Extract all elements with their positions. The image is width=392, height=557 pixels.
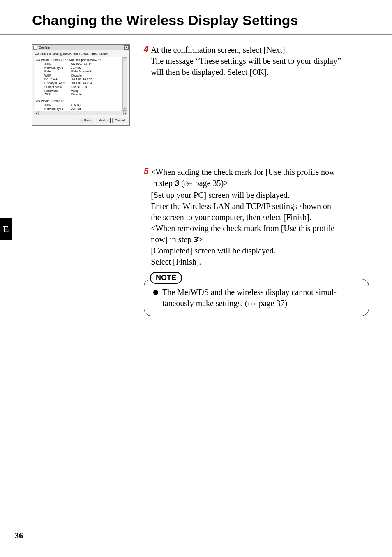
cancel-button[interactable]: Cancel — [112, 118, 127, 123]
scroll-up-icon[interactable]: ▲ — [123, 57, 127, 61]
pointer-hand-icon — [184, 179, 193, 190]
step5-line4: the screen to your computer, then select… — [151, 212, 338, 223]
dialog-hint: Confirm the setting below, then press "N… — [35, 52, 127, 56]
step4-number: 4 — [144, 44, 148, 53]
step4-line3: will then be displayed. Select [OK]. — [151, 67, 341, 78]
left-col: Confirm × Confirm the setting below, the… — [32, 44, 139, 126]
step4-text: At the confirmation screen, select [Next… — [151, 44, 341, 78]
right-col: 4 At the confirmation screen, select [Ne… — [139, 44, 369, 316]
dialog-title: Confirm — [39, 46, 50, 49]
p1-dip: Display IP Addr10.130. 44.234 — [36, 81, 121, 85]
note-line2: taneously make settings. ( page 37) — [162, 298, 337, 310]
note-line1: The MeiWDS and the wireless display cann… — [162, 287, 337, 298]
p1-aes: AESDisable — [36, 93, 121, 96]
page: Changing the Wireless Display Settings E… — [0, 0, 392, 557]
pointer-hand-icon — [248, 299, 257, 310]
step5-ref-3a: 3 — [175, 179, 179, 188]
scroll-right-icon[interactable]: ► — [123, 111, 127, 115]
step5-number: 5 — [144, 167, 148, 176]
p2-ntype: Network TypeAdHoc — [36, 107, 121, 111]
page-number: 36 — [15, 531, 23, 541]
scroll-down-icon[interactable]: ▼ — [123, 107, 127, 111]
note-label: NOTE — [150, 272, 182, 284]
step5-text: <When adding the check mark for [Use thi… — [151, 167, 338, 267]
note-text: The MeiWDS and the wireless display cann… — [162, 287, 337, 310]
dialog-buttons: < Back Next > Cancel — [35, 115, 127, 123]
p1-wep: WEPDisable — [36, 74, 121, 77]
p1-mask: Subnet Mask255. 0. 0. 0 — [36, 85, 121, 89]
step5-line1b: in step 3 ( page 35)> — [151, 178, 338, 190]
dialog-inner: Confirm the setting below, then press "N… — [32, 50, 129, 125]
scroll-left-icon[interactable]: ◄ — [35, 111, 39, 115]
body: Confirm × Confirm the setting below, the… — [0, 35, 392, 316]
step5-line5b: now] in step 3> — [151, 234, 338, 245]
dialog-list[interactable]: (1) Profile "Profile 1" >> Use this prof… — [35, 57, 122, 111]
confirm-dialog: Confirm × Confirm the setting below, the… — [32, 44, 130, 126]
step4-line2: The message “These settings will be sent… — [151, 56, 341, 67]
step5-line6: [Completed] screen will be displayed. — [151, 245, 338, 256]
p1-ssid: SSIDcfvdw07-32794 — [36, 62, 121, 65]
step5-ref-3b: 3 — [194, 235, 198, 244]
step5-line7: Select [Finish]. — [151, 256, 338, 267]
page-title: Changing the Wireless Display Settings — [32, 12, 392, 28]
p1-ntype: Network TypeAdHoc — [36, 66, 121, 70]
step5-line2: [Set up your PC] screen will be displaye… — [151, 190, 338, 201]
dialog-title-wrap: Confirm — [33, 46, 50, 50]
dialog-app-icon — [33, 46, 37, 50]
note-row: The MeiWDS and the wireless display cann… — [153, 287, 361, 310]
p1-pw: Passwordwdsp — [36, 89, 121, 93]
back-button[interactable]: < Back — [79, 118, 94, 123]
step4: 4 At the confirmation screen, select [Ne… — [144, 44, 369, 78]
p1-rate: RateFully Automatic — [36, 70, 121, 73]
row-step4: Confirm × Confirm the setting below, the… — [32, 44, 369, 316]
profile1-header: (1) Profile "Profile 1" >> Use this prof… — [36, 58, 121, 62]
note-wrap: NOTE The MeiWDS and the wireless display… — [144, 279, 369, 316]
close-icon: × — [125, 46, 127, 49]
step5-line5a: <When removing the check mark from [Use … — [151, 223, 338, 234]
next-button[interactable]: Next > — [96, 118, 111, 123]
dialog-list-wrap: (1) Profile "Profile 1" >> Use this prof… — [35, 57, 127, 111]
bullet-icon — [153, 290, 158, 295]
dialog-hscrollbar[interactable]: ◄ ► — [35, 111, 127, 115]
step5-line1a: <When adding the check mark for [Use thi… — [151, 167, 338, 178]
p1-pcip: PC IP Addr10.130. 44.233 — [36, 77, 121, 81]
step5: 5 <When adding the check mark for [Use t… — [144, 167, 369, 267]
close-button[interactable]: × — [124, 45, 129, 50]
dialog-vscrollbar[interactable]: ▲ ▼ — [122, 57, 127, 111]
note-box: NOTE The MeiWDS and the wireless display… — [144, 279, 369, 316]
profile2-header: (2) Profile "Profile 2" — [36, 99, 121, 103]
title-wrap: Changing the Wireless Display Settings — [0, 0, 392, 31]
p2-ssid: SSID(none) — [36, 103, 121, 107]
step4-line1: At the confirmation screen, select [Next… — [151, 44, 341, 56]
dialog-titlebar: Confirm × — [32, 45, 129, 50]
step5-line3: Enter the Wireless LAN and TCP/IP settin… — [151, 201, 338, 212]
